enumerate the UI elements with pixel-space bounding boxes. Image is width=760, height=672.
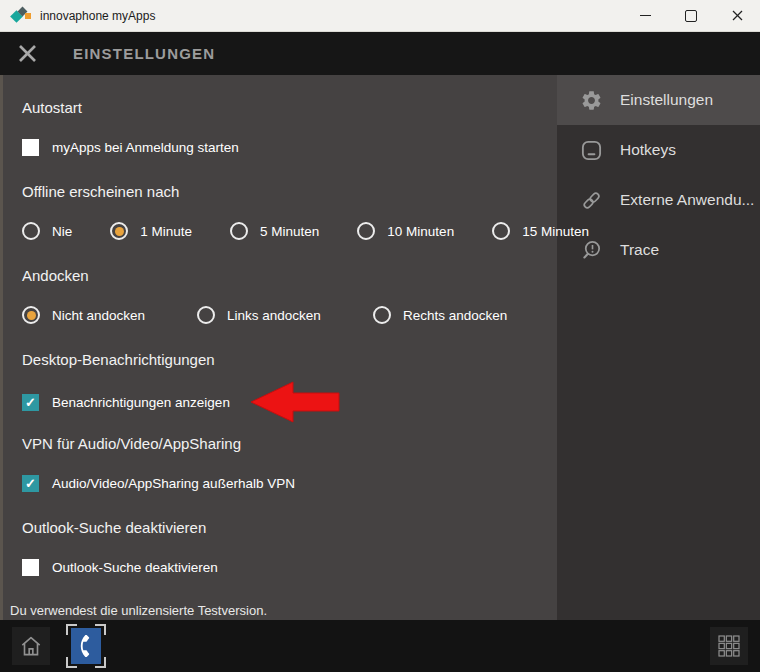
close-icon xyxy=(732,10,743,21)
settings-content-pane: Autostart myApps bei Anmeldung starten O… xyxy=(0,75,557,620)
red-arrow-annotation-icon xyxy=(249,381,341,423)
close-icon xyxy=(17,43,38,64)
section-heading: Outlook-Suche deaktivieren xyxy=(22,519,557,537)
radio-label: 5 Minuten xyxy=(260,224,319,239)
radio-group-docking: Nicht andocken Links andocken Rechts and… xyxy=(22,303,557,327)
selection-bracket xyxy=(66,624,77,635)
radio-button xyxy=(110,222,128,240)
radio-label: Rechts andocken xyxy=(403,308,507,323)
checkbox-row: Benachrichtigungen anzeigen xyxy=(22,381,557,423)
trace-icon xyxy=(579,238,603,262)
window-edge-strip xyxy=(0,75,3,620)
radio-button xyxy=(373,306,391,324)
innovaphone-logo-icon xyxy=(12,7,32,25)
section-docking: Andocken Nicht andocken Links andocken R… xyxy=(0,267,557,327)
hotkey-icon xyxy=(579,138,603,162)
sidebar-item-label: Hotkeys xyxy=(620,141,676,159)
settings-header: EINSTELLUNGEN xyxy=(0,32,760,75)
radio-label: 10 Minuten xyxy=(387,224,454,239)
selection-bracket xyxy=(95,657,106,668)
section-outlook: Outlook-Suche deaktivieren Outlook-Suche… xyxy=(0,519,557,579)
vpn-checkbox[interactable] xyxy=(22,475,39,492)
page-title: EINSTELLUNGEN xyxy=(73,45,215,62)
section-heading: Offline erscheinen nach xyxy=(22,183,557,201)
radio-option-1-minute[interactable]: 1 Minute xyxy=(110,222,192,240)
section-heading: Desktop-Benachrichtigungen xyxy=(22,351,557,369)
sidebar-item-label: Einstellungen xyxy=(620,91,713,109)
radio-label: Links andocken xyxy=(227,308,321,323)
settings-close-button[interactable] xyxy=(15,42,39,66)
app-window: innovaphone myApps EINSTELLUNGEN xyxy=(0,0,760,672)
radio-option-nicht-andocken[interactable]: Nicht andocken xyxy=(22,306,145,324)
settings-sidebar: Einstellungen Hotkeys xyxy=(557,75,760,620)
checkbox-row: Audio/Video/AppSharing außerhalb VPN xyxy=(22,471,557,495)
autostart-checkbox[interactable] xyxy=(22,139,39,156)
radio-option-5-minuten[interactable]: 5 Minuten xyxy=(230,222,319,240)
radio-group-offline: Nie 1 Minute 5 Minuten 10 Minuten xyxy=(22,219,557,243)
sidebar-item-einstellungen[interactable]: Einstellungen xyxy=(557,75,760,125)
section-autostart: Autostart myApps bei Anmeldung starten xyxy=(0,99,557,159)
radio-label: Nicht andocken xyxy=(52,308,145,323)
notifications-checkbox[interactable] xyxy=(22,394,39,411)
home-button[interactable] xyxy=(12,627,50,665)
radio-label: 15 Minuten xyxy=(522,224,589,239)
radio-option-links-andocken[interactable]: Links andocken xyxy=(197,306,321,324)
radio-option-15-minuten[interactable]: 15 Minuten xyxy=(492,222,589,240)
section-heading: Autostart xyxy=(22,99,557,117)
radio-label: 1 Minute xyxy=(140,224,192,239)
phone-app-button[interactable] xyxy=(66,624,106,668)
sidebar-item-hotkeys[interactable]: Hotkeys xyxy=(557,125,760,175)
radio-button xyxy=(357,222,375,240)
section-notifications: Desktop-Benachrichtigungen Benachrichtig… xyxy=(0,351,557,423)
taskbar xyxy=(0,620,760,672)
link-icon xyxy=(579,188,603,212)
radio-button xyxy=(22,222,40,240)
checkbox-label: myApps bei Anmeldung starten xyxy=(52,140,239,155)
section-vpn: VPN für Audio/Video/AppSharing Audio/Vid… xyxy=(0,435,557,495)
grid-icon xyxy=(717,634,741,658)
radio-button xyxy=(22,306,40,324)
phone-icon xyxy=(75,635,97,657)
minimize-icon xyxy=(640,15,651,16)
window-controls xyxy=(622,0,760,31)
checkbox-label: Outlook-Suche deaktivieren xyxy=(52,560,218,575)
radio-option-10-minuten[interactable]: 10 Minuten xyxy=(357,222,454,240)
minimize-button[interactable] xyxy=(622,0,668,31)
checkbox-label: Audio/Video/AppSharing außerhalb VPN xyxy=(52,476,295,491)
outlook-checkbox[interactable] xyxy=(22,559,39,576)
window-titlebar[interactable]: innovaphone myApps xyxy=(0,0,760,32)
home-icon xyxy=(18,633,44,659)
checkbox-row: myApps bei Anmeldung starten xyxy=(22,135,557,159)
sidebar-item-externe-anwendungen[interactable]: Externe Anwendu... xyxy=(557,175,760,225)
radio-option-nie[interactable]: Nie xyxy=(22,222,72,240)
radio-label: Nie xyxy=(52,224,72,239)
window-title: innovaphone myApps xyxy=(40,9,155,23)
selection-bracket xyxy=(66,657,77,668)
section-heading: Andocken xyxy=(22,267,557,285)
main-area: Autostart myApps bei Anmeldung starten O… xyxy=(0,75,760,620)
checkbox-row: Outlook-Suche deaktivieren xyxy=(22,555,557,579)
license-note: Du verwendest die unlizensierte Testvers… xyxy=(0,603,557,618)
radio-button xyxy=(230,222,248,240)
radio-option-rechts-andocken[interactable]: Rechts andocken xyxy=(373,306,507,324)
sidebar-item-label: Trace xyxy=(620,241,659,259)
checkbox-label: Benachrichtigungen anzeigen xyxy=(52,395,230,410)
radio-button xyxy=(197,306,215,324)
selection-bracket xyxy=(95,624,106,635)
section-heading: VPN für Audio/Video/AppSharing xyxy=(22,435,557,453)
section-offline-timeout: Offline erscheinen nach Nie 1 Minute 5 M… xyxy=(0,183,557,243)
maximize-button[interactable] xyxy=(668,0,714,31)
gear-icon xyxy=(579,88,603,112)
maximize-icon xyxy=(685,10,697,22)
radio-button xyxy=(492,222,510,240)
app-grid-button[interactable] xyxy=(710,627,748,665)
sidebar-item-label: Externe Anwendu... xyxy=(620,191,754,209)
close-window-button[interactable] xyxy=(714,0,760,31)
